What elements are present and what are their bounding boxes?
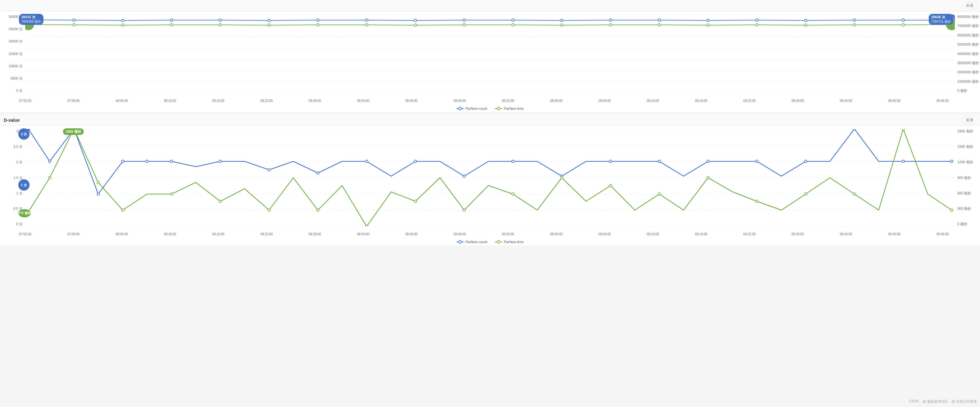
bottom-chart-title: D-value xyxy=(4,118,20,122)
bx-label-13: 09:10:00 xyxy=(647,232,659,236)
top-blue-dot-17 xyxy=(853,19,856,21)
bg-dot-18 xyxy=(804,193,807,196)
bb-dot-15 xyxy=(609,160,612,163)
bottom-legend-green-line xyxy=(495,242,502,242)
bg-dot-6 xyxy=(219,200,221,203)
x-label-0: 07:52:00 xyxy=(19,99,32,103)
bx-label-8: 08:40:00 xyxy=(405,232,418,236)
bb-dot-7 xyxy=(219,160,221,163)
bottom-legend-blue-line xyxy=(456,242,464,242)
x-label-9: 08:46:00 xyxy=(453,99,466,103)
top-legend: ParNew count ParNew time xyxy=(456,107,524,110)
top-chart-section: 反选 0 次 5000 次 10000 次 15000 次 20000 次 25… xyxy=(0,0,980,112)
bb-dot-16 xyxy=(658,160,660,163)
top-anti-select-button[interactable]: 反选 xyxy=(963,2,976,9)
bottom-legend: ParNew count ParNew time xyxy=(456,240,524,244)
top-legend-green: ParNew time xyxy=(495,107,524,110)
y-left-label-0: 0 次 xyxy=(16,88,23,93)
top-blue-dot-16 xyxy=(804,19,807,22)
top-tooltip-blue-right-label: 28645 次7284711 毫秒 xyxy=(929,14,953,25)
bx-label-10: 08:52:00 xyxy=(502,232,514,236)
top-green-dot-15 xyxy=(756,24,758,26)
bottom-tooltip-blue-1: 1 次 xyxy=(18,179,30,191)
watermark: CSDN @ 掘金技术社区 @ 京东云开发者 xyxy=(909,399,977,404)
bx-label-5: 08:22:00 xyxy=(261,232,273,236)
bottom-y-axis-right: 0 毫秒 300 毫秒 600 毫秒 900 毫秒 1200 毫秒 1500 毫… xyxy=(955,129,980,226)
top-green-dot-1 xyxy=(73,24,75,26)
bb-dot-3 xyxy=(97,193,99,196)
bottom-x-axis: 07:52:00 07:58:00 08:04:00 08:10:00 08:1… xyxy=(25,232,955,236)
by-left-0: 0 次 xyxy=(16,222,23,226)
bx-label-16: 09:28:00 xyxy=(791,232,804,236)
bg-dot-4 xyxy=(121,209,124,211)
top-legend-blue-label: ParNew count xyxy=(465,107,487,110)
bottom-anti-select-button[interactable]: 反选 xyxy=(963,116,976,124)
bottom-chart-area: 0 次 0.5 次 1 次 1.5 次 2 次 2.5 次 3 次 0 毫秒 3… xyxy=(0,126,980,245)
top-green-dot-18 xyxy=(902,24,904,26)
top-blue-dot-8 xyxy=(414,19,417,22)
bg-dot-8 xyxy=(317,209,319,211)
watermark-juejin: @ 掘金技术社区 xyxy=(923,399,948,404)
by-right-1: 300 毫秒 xyxy=(957,206,971,211)
bg-dot-14 xyxy=(609,184,612,187)
bx-label-9: 08:46:00 xyxy=(453,232,466,236)
bottom-legend-blue: ParNew count xyxy=(456,240,487,244)
top-green-dot-13 xyxy=(658,24,660,26)
y-left-label-3: 15000 次 xyxy=(8,52,23,56)
top-blue-dot-9 xyxy=(463,19,465,21)
top-blue-dot-18 xyxy=(902,19,904,21)
bb-dot-12 xyxy=(463,175,465,177)
bx-label-19: 09:46:00 xyxy=(937,232,949,236)
top-green-dot-4 xyxy=(219,24,221,26)
top-tooltip-blue-left-label: 28415 次7084269 毫秒 xyxy=(19,14,43,25)
bx-label-1: 07:58:00 xyxy=(67,232,80,236)
top-legend-blue: ParNew count xyxy=(456,107,487,110)
bx-label-2: 08:04:00 xyxy=(116,232,128,236)
top-blue-dot-3 xyxy=(170,19,173,21)
bottom-tooltip-green-270: 270 毫秒 xyxy=(18,209,31,217)
bg-dot-20 xyxy=(902,129,904,130)
bg-dot-17 xyxy=(756,200,758,203)
bottom-tooltip-green-1866: 1866 毫秒 xyxy=(63,128,84,135)
x-label-8: 08:40:00 xyxy=(405,99,418,103)
y-left-label-2: 10000 次 xyxy=(8,64,23,68)
top-green-dot-8 xyxy=(414,24,417,26)
y-right-label-0: 0 毫秒 xyxy=(957,88,967,93)
bb-dot-1 xyxy=(48,160,51,163)
bb-dot-5 xyxy=(146,160,148,163)
bg-dot-19 xyxy=(853,193,856,196)
x-label-17: 09:34:00 xyxy=(840,99,852,103)
y-right-label-8: 8000000 毫秒 xyxy=(957,14,979,19)
bx-label-11: 08:58:00 xyxy=(550,232,562,236)
top-green-dot-17 xyxy=(853,24,856,26)
x-label-1: 07:58:00 xyxy=(67,99,80,103)
top-blue-dot-6 xyxy=(317,19,319,21)
top-green-dot-10 xyxy=(512,24,514,26)
top-blue-dot-1 xyxy=(73,19,75,21)
top-blue-dot-15 xyxy=(756,19,758,21)
by-left-5: 2.5 次 xyxy=(14,145,23,149)
top-legend-green-label: ParNew time xyxy=(504,107,524,110)
bottom-legend-green-label: ParNew time xyxy=(504,240,524,244)
top-chart-header: 反选 xyxy=(0,0,980,11)
by-right-2: 600 毫秒 xyxy=(957,191,971,196)
bb-dot-4 xyxy=(121,160,124,163)
bb-dot-10 xyxy=(365,160,368,163)
bottom-chart-section: D-value 反选 0 次 0.5 次 1 次 1.5 次 2 次 2.5 次… xyxy=(0,114,980,245)
bg-dot-13 xyxy=(560,176,563,179)
top-blue-dot-2 xyxy=(121,19,124,22)
top-green-dot-12 xyxy=(609,24,612,26)
y-right-label-2: 2000000 毫秒 xyxy=(957,70,979,75)
bg-dot-7 xyxy=(268,209,270,211)
x-label-5: 08:22:00 xyxy=(261,99,273,103)
x-label-15: 09:22:00 xyxy=(743,99,756,103)
top-green-dot-3 xyxy=(170,24,173,26)
top-green-line xyxy=(28,24,952,25)
bg-dot-12 xyxy=(512,193,514,196)
x-label-14: 09:16:00 xyxy=(695,99,707,103)
top-blue-dot-11 xyxy=(560,19,563,22)
x-label-13: 09:10:00 xyxy=(647,99,659,103)
bx-label-14: 09:16:00 xyxy=(695,232,707,236)
top-green-dot-5 xyxy=(268,24,270,26)
top-legend-blue-line xyxy=(456,108,464,109)
